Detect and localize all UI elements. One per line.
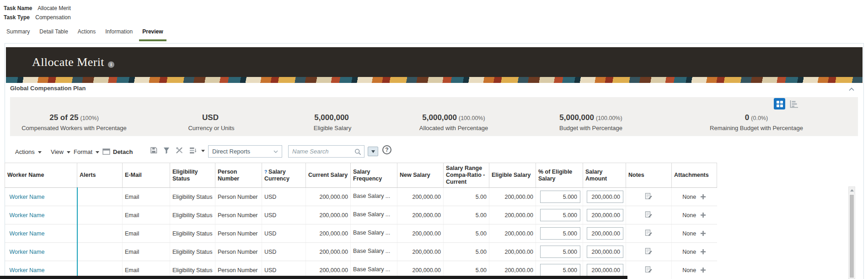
col-header-eligibility-status[interactable]: Eligibility Status [170,163,215,188]
cell-eligible-salary: 200,000.00 [489,206,536,224]
worker-name-link[interactable]: Worker Name [10,230,45,237]
tab-actions[interactable]: Actions [77,22,96,41]
attachments-value: None [682,230,696,237]
add-attachment-plus-icon[interactable] [700,212,706,218]
cell-eligible-salary: 200,000.00 [489,188,536,206]
table-toolbar-icons [150,147,205,154]
view-menu[interactable]: View [51,146,70,158]
col-header-pct-of-eligible-salary[interactable]: % of Eligible Salary [536,163,583,188]
chevron-down-icon[interactable] [201,150,205,152]
cell-person-number: Person Number [215,224,262,243]
population-select[interactable]: Direct Reports [208,145,282,158]
add-attachment-plus-icon[interactable] [700,249,706,255]
add-attachment-plus-icon[interactable] [700,267,706,273]
actions-menu[interactable]: Actions [15,146,42,158]
add-attachment-plus-icon[interactable] [700,194,706,200]
note-edit-icon[interactable] [645,266,653,273]
col-header-alerts[interactable]: Alerts [77,163,123,188]
compa-ratio-value: 5.00 [476,212,487,219]
stat-value: 0 [745,113,749,122]
stat-budget: 5,000,000(100.00%) Budget with Percentag… [527,97,655,136]
col-header-label: Salary Currency [264,169,289,182]
eligible-salary-value: 200,000.00 [504,249,533,255]
cell-attachments: None [672,206,717,224]
format-menu[interactable]: Format [74,146,99,158]
eligibility-status-value: Eligibility Status [172,194,213,200]
salary-amount-input[interactable] [587,264,623,276]
column-help-icon [264,170,267,175]
pct-of-eligible-input[interactable] [540,191,580,203]
current-salary-value: 200,000.00 [319,249,348,255]
note-edit-icon[interactable] [645,229,653,236]
salary-amount-input[interactable] [587,227,623,240]
pct-of-eligible-input[interactable] [540,246,580,258]
stat-value: 5,000,000 [422,113,457,122]
detach-button[interactable]: Detach [102,146,133,158]
search-icon[interactable] [354,148,361,155]
view-toggle [774,98,798,109]
chart-view-icon[interactable] [789,100,798,108]
col-header-worker-name[interactable]: Worker Name [5,163,77,188]
col-header-compa-ratio[interactable]: Salary Range Compa-Ratio - Current [444,163,489,188]
worker-name-link[interactable]: Worker Name [10,194,45,200]
banner: Allocate Merit i [6,47,863,77]
worker-name-link[interactable]: Worker Name [10,267,45,274]
stat-label: Remaining Budget with Percentage [655,125,858,131]
grid-view-icon[interactable] [774,98,785,109]
collapse-chevron-icon[interactable] [849,88,854,91]
tab-information[interactable]: Information [104,22,134,41]
cell-alerts [77,243,123,261]
new-salary-value: 200,000.00 [412,194,441,200]
name-search-input[interactable] [289,146,364,157]
salary-amount-input[interactable] [587,191,623,203]
col-header-email[interactable]: E-Mail [123,163,170,188]
cell-alerts [77,224,123,243]
tab-bar: Summary Detail Table Actions Information… [5,22,164,41]
salary-amount-input[interactable] [587,246,623,258]
tab-preview[interactable]: Preview [141,22,164,41]
worker-name-link[interactable]: Worker Name [10,249,45,255]
attachments-value: None [682,212,696,219]
scroll-up-arrow-icon[interactable] [849,187,855,194]
reorder-columns-icon[interactable] [189,147,197,154]
col-header-new-salary[interactable]: New Salary [397,163,444,188]
tab-detail-table[interactable]: Detail Table [38,22,69,41]
tab-summary[interactable]: Summary [5,22,31,41]
pct-of-eligible-input[interactable] [540,227,580,240]
col-header-attachments[interactable]: Attachments [672,163,717,188]
note-edit-icon[interactable] [645,192,653,200]
col-header-notes[interactable]: Notes [626,163,672,188]
worker-name-link[interactable]: Worker Name [10,212,45,219]
export-icon[interactable] [150,147,157,154]
col-header-salary-currency[interactable]: Salary Currency [262,163,306,188]
note-edit-icon[interactable] [645,211,653,218]
col-header-person-number[interactable]: Person Number [215,163,262,188]
pct-of-eligible-input[interactable] [540,264,580,276]
salary-amount-input[interactable] [587,209,623,221]
vertical-scrollbar[interactable] [848,186,855,279]
col-header-salary-frequency[interactable]: Salary Frequency [351,163,397,188]
horizontal-scrollbar[interactable] [0,276,627,279]
worker-table: Worker Name Alerts E-Mail Eligibility St… [5,163,717,279]
pct-of-eligible-input[interactable] [540,209,580,221]
filter-icon[interactable] [163,147,170,154]
cell-eligibility-status: Eligibility Status [170,224,215,243]
search-options-button[interactable] [368,147,378,156]
table-row: Worker Name Email Eligibility Status Per… [5,206,717,224]
help-icon[interactable] [382,145,391,154]
info-icon[interactable]: i [108,61,114,68]
stat-label: Currency or Units [138,125,284,131]
current-salary-value: 200,000.00 [319,194,348,200]
cell-current-salary: 200,000.00 [306,224,351,243]
add-attachment-plus-icon[interactable] [700,230,706,236]
tools-icon[interactable] [176,147,183,154]
cell-worker-name: Worker Name [5,243,77,261]
note-edit-icon[interactable] [645,247,653,255]
col-header-eligible-salary[interactable]: Eligible Salary [489,163,536,188]
cell-current-salary: 200,000.00 [306,206,351,224]
cell-current-salary: 200,000.00 [306,243,351,261]
col-header-current-salary[interactable]: Current Salary [306,163,351,188]
cell-email: Email [123,206,170,224]
col-header-salary-amount[interactable]: Salary Amount [583,163,626,188]
scrollbar-thumb[interactable] [850,195,854,278]
